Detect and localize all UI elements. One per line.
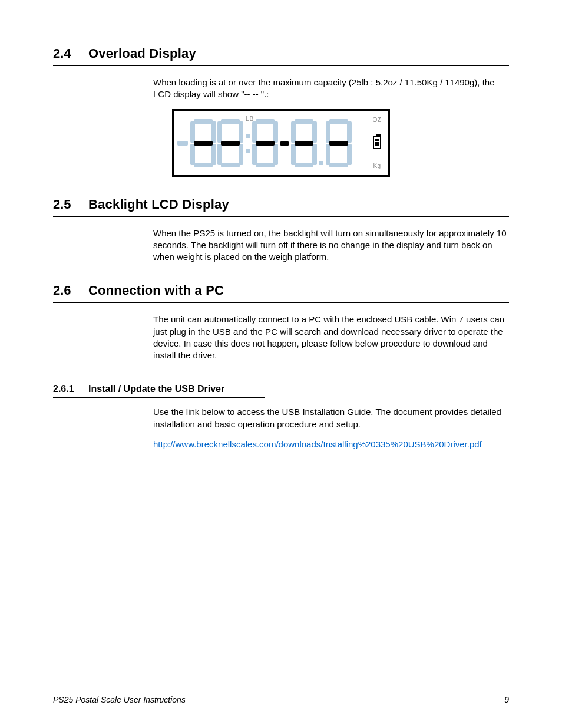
heading-2-6-1: 2.6.1 Install / Update the USB Driver — [53, 384, 265, 398]
lcd-side-labels: OZ Kg — [371, 117, 384, 169]
heading-title: Backlight LCD Display — [88, 197, 229, 212]
section-2-5: 2.5 Backlight LCD Display When the PS25 … — [53, 197, 509, 263]
body-text-2-6-1: Use the link below to access the USB Ins… — [153, 406, 509, 430]
lcd-digit — [190, 119, 216, 167]
heading-2-5: 2.5 Backlight LCD Display — [53, 197, 509, 217]
lcd-figure-wrap: LB — [53, 109, 509, 177]
usb-driver-link[interactable]: http://www.brecknellscales.com/downloads… — [153, 439, 509, 450]
body-text-2-5: When the PS25 is turned on, the backligh… — [153, 228, 509, 263]
body-text-2-6: The unit can automatically connect to a … — [153, 314, 509, 361]
heading-number: 2.6.1 — [53, 384, 88, 394]
lcd-digit — [291, 119, 317, 167]
heading-number: 2.5 — [53, 197, 88, 212]
page-number: 9 — [504, 695, 509, 704]
lcd-digit — [252, 119, 278, 167]
lcd-label-kg: Kg — [373, 163, 381, 169]
lcd-decimal-icon — [319, 161, 323, 165]
lcd-dash-icon — [280, 141, 289, 146]
heading-2-4: 2.4 Overload Display — [53, 46, 509, 66]
heading-number: 2.4 — [53, 46, 88, 61]
lcd-colon-icon — [246, 134, 250, 153]
lcd-minus-icon — [177, 141, 188, 146]
heading-title: Overload Display — [88, 46, 196, 61]
section-2-4: 2.4 Overload Display When loading is at … — [53, 46, 509, 177]
heading-number: 2.6 — [53, 283, 88, 298]
footer-title: PS25 Postal Scale User Instructions — [53, 695, 186, 704]
lcd-label-oz: OZ — [373, 117, 382, 123]
lcd-digit — [326, 119, 352, 167]
heading-title: Install / Update the USB Driver — [88, 384, 224, 394]
battery-icon — [373, 136, 381, 149]
lcd-segment-area — [177, 119, 384, 167]
heading-title: Connection with a PC — [88, 283, 224, 298]
section-2-6: 2.6 Connection with a PC The unit can au… — [53, 283, 509, 450]
lcd-display: LB — [172, 109, 390, 177]
body-text-2-4: When loading is at or over the maximum c… — [153, 77, 509, 101]
lcd-digit — [217, 119, 243, 167]
heading-2-6: 2.6 Connection with a PC — [53, 283, 509, 303]
page-footer: PS25 Postal Scale User Instructions 9 — [53, 695, 509, 704]
